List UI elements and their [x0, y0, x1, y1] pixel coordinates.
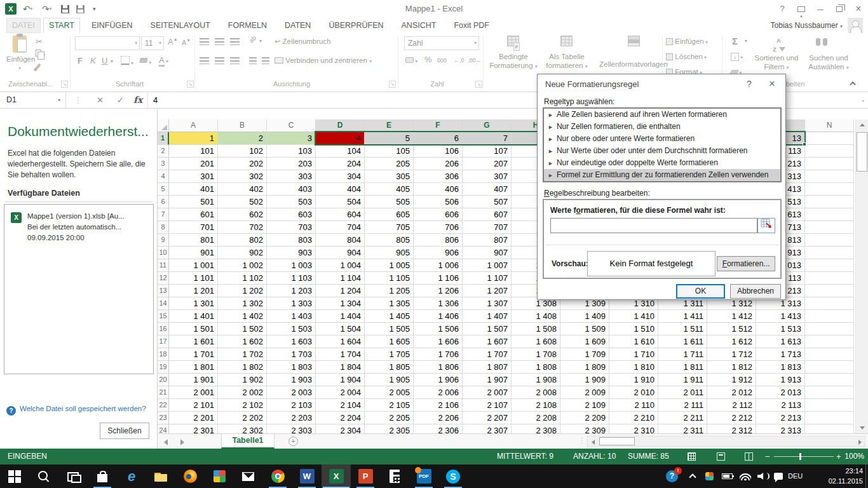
rule-type-option[interactable]: ►Formel zur Ermittlung der zu formatiere… — [544, 169, 780, 181]
cell-J18[interactable]: 1 710 — [609, 348, 658, 361]
row-header-8[interactable]: 8 — [158, 221, 169, 234]
cell-G7[interactable]: 607 — [463, 208, 512, 221]
cell-B20[interactable]: 1 902 — [218, 374, 267, 386]
rule-type-option[interactable]: ►Nur Zellen formatieren, die enthalten — [544, 121, 780, 133]
cell-G9[interactable]: 807 — [463, 234, 512, 247]
cell-A11[interactable]: 1 001 — [169, 259, 218, 272]
cell-K23[interactable]: 2 211 — [658, 412, 707, 424]
cell-N17[interactable] — [805, 336, 854, 348]
cell-G11[interactable]: 1 007 — [463, 259, 512, 272]
row-header-2[interactable]: 2 — [158, 145, 169, 158]
sort-filter-button[interactable]: Sortieren und Filtern ▾ — [752, 53, 801, 72]
cell-C1[interactable]: 3 — [267, 132, 316, 145]
task-view-icon[interactable] — [58, 464, 88, 488]
feedback-icon[interactable] — [774, 464, 783, 488]
align-left-icon[interactable] — [200, 57, 209, 64]
cell-A24[interactable]: 2 301 — [169, 424, 218, 433]
cell-G19[interactable]: 1 807 — [463, 361, 512, 374]
cell-D1[interactable]: 4 — [316, 132, 365, 145]
cell-J16[interactable]: 1 510 — [609, 323, 658, 336]
cell-A21[interactable]: 2 001 — [169, 386, 218, 399]
horizontal-scroll-thumb[interactable] — [599, 437, 635, 445]
cell-F10[interactable]: 906 — [414, 247, 463, 259]
cell-L23[interactable]: 2 212 — [707, 412, 756, 424]
cell-C23[interactable]: 2 203 — [267, 412, 316, 424]
cut-icon[interactable]: ✂ — [36, 37, 43, 46]
cell-N15[interactable] — [805, 310, 854, 323]
search-icon[interactable] — [29, 464, 58, 488]
cell-C4[interactable]: 303 — [267, 170, 316, 183]
zoom-in-icon[interactable]: + — [836, 449, 841, 464]
column-header-G[interactable]: G — [463, 119, 512, 132]
cell-M23[interactable]: 2 213 — [756, 412, 805, 424]
cell-M17[interactable]: 1 613 — [756, 336, 805, 348]
cell-K24[interactable]: 2 311 — [658, 424, 707, 433]
close-button[interactable]: × — [849, 0, 868, 18]
dialog-help-icon[interactable]: ? — [740, 74, 759, 93]
cell-G18[interactable]: 1 707 — [463, 348, 512, 361]
cell-N9[interactable] — [805, 234, 854, 247]
cell-F14[interactable]: 1 306 — [414, 297, 463, 310]
cell-F23[interactable]: 2 206 — [414, 412, 463, 424]
row-header-14[interactable]: 14 — [158, 297, 169, 310]
cell-G2[interactable]: 107 — [463, 145, 512, 158]
sync-icon[interactable] — [705, 464, 714, 488]
sheet-tab-tabelle1[interactable]: Tabelle1 — [221, 434, 275, 449]
cell-J21[interactable]: 2 010 — [609, 386, 658, 399]
cell-E13[interactable]: 1 205 — [365, 285, 414, 297]
column-header-F[interactable]: F — [414, 119, 463, 132]
cell-M20[interactable]: 1 913 — [756, 374, 805, 386]
row-header-11[interactable]: 11 — [158, 259, 169, 272]
cell-A13[interactable]: 1 201 — [169, 285, 218, 297]
cancel-entry-icon[interactable]: ✕ — [97, 92, 104, 108]
cell-C6[interactable]: 503 — [267, 196, 316, 208]
expand-formula-bar-icon[interactable]: ⌄ — [860, 92, 865, 108]
row-header-10[interactable]: 10 — [158, 247, 169, 259]
row-header-24[interactable]: 24 — [158, 424, 169, 433]
zoom-slider-thumb[interactable] — [799, 453, 801, 460]
cell-N11[interactable] — [805, 259, 854, 272]
cell-G6[interactable]: 507 — [463, 196, 512, 208]
cell-G13[interactable]: 1 207 — [463, 285, 512, 297]
increase-decimal-icon[interactable]: ←,0 — [454, 57, 465, 64]
cell-A4[interactable]: 301 — [169, 170, 218, 183]
user-name[interactable]: Tobias Nussbaumer ▾ — [771, 18, 843, 33]
font-size-combo[interactable]: 11▾ — [141, 36, 164, 50]
cell-N21[interactable] — [805, 386, 854, 399]
column-header-C[interactable]: C — [267, 119, 316, 132]
cell-C16[interactable]: 1 503 — [267, 323, 316, 336]
cell-I23[interactable]: 2 209 — [560, 412, 609, 424]
cell-I19[interactable]: 1 809 — [560, 361, 609, 374]
undo-button[interactable]: ↶▾ — [23, 2, 32, 16]
prev-sheet-icon[interactable] — [164, 439, 168, 445]
row-header-15[interactable]: 15 — [158, 310, 169, 323]
cell-B16[interactable]: 1 502 — [218, 323, 267, 336]
fill-handle[interactable] — [803, 142, 806, 146]
cell-G5[interactable]: 407 — [463, 183, 512, 196]
cell-E12[interactable]: 1 105 — [365, 272, 414, 285]
cell-B12[interactable]: 1 102 — [218, 272, 267, 285]
cell-B17[interactable]: 1 602 — [218, 336, 267, 348]
cell-N23[interactable] — [805, 412, 854, 424]
cell-B6[interactable]: 502 — [218, 196, 267, 208]
tab-splitter-icon[interactable]: ⋮ — [578, 437, 585, 445]
cell-G14[interactable]: 1 307 — [463, 297, 512, 310]
decrease-indent-icon[interactable] — [249, 57, 257, 64]
cell-D2[interactable]: 104 — [316, 145, 365, 158]
cell-H22[interactable]: 2 108 — [512, 399, 560, 412]
cell-D6[interactable]: 504 — [316, 196, 365, 208]
cell-D22[interactable]: 2 104 — [316, 399, 365, 412]
cell-D18[interactable]: 1 704 — [316, 348, 365, 361]
battery-icon[interactable] — [722, 464, 733, 488]
scroll-down-icon[interactable] — [856, 422, 868, 433]
fill-button[interactable]: ↓ ▾ — [731, 52, 743, 61]
cell-E4[interactable]: 305 — [365, 170, 414, 183]
cell-C24[interactable]: 2 303 — [267, 424, 316, 433]
volume-icon[interactable] — [757, 464, 770, 488]
cell-F6[interactable]: 506 — [414, 196, 463, 208]
tab-einfügen[interactable]: EINFÜGEN — [83, 18, 142, 33]
save-as-icon[interactable] — [76, 2, 85, 16]
cell-K19[interactable]: 1 811 — [658, 361, 707, 374]
borders-icon[interactable]: ▾ — [121, 56, 133, 67]
rule-type-option[interactable]: ►Alle Zellen basierend auf ihren Werten … — [544, 109, 780, 121]
